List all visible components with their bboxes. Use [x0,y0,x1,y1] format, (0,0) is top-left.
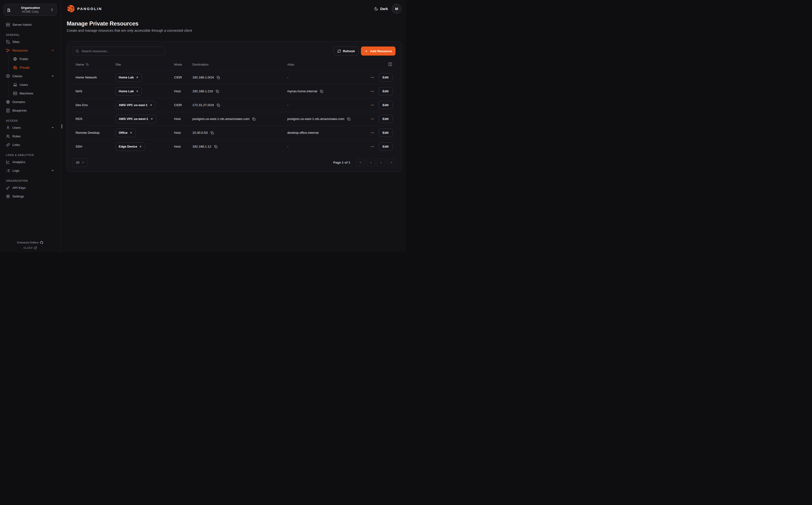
sidebar: Organization ACME Corp. Server Admin GEN… [0,0,60,252]
row-menu-button[interactable] [370,102,375,108]
copy-destination-button[interactable] [210,131,214,135]
sidebar-item-client-users[interactable]: Users [11,80,57,89]
page-size-select[interactable]: 20 [73,158,88,167]
sidebar-item-private[interactable]: Private [11,63,57,71]
copy-destination-button[interactable] [216,103,220,107]
site-link-button[interactable]: Home Lab [116,73,142,82]
external-link-icon[interactable] [34,246,37,249]
resources-table: Name Site Mode Destination Alias [73,61,396,154]
sidebar-item-machines[interactable]: Machines [11,89,57,97]
brand-name: PANGOLIN [77,7,102,11]
resource-mode: Host [171,140,190,154]
copy-alias-button[interactable] [320,89,324,94]
copy-icon [217,104,220,107]
github-icon[interactable] [40,241,43,244]
row-menu-button[interactable] [370,130,375,136]
copy-destination-button[interactable] [252,117,256,121]
user-icon [6,126,10,130]
search-box [73,46,165,55]
edit-button[interactable]: Edit [379,73,393,81]
edit-button[interactable]: Edit [379,142,393,151]
table-header-row: Name Site Mode Destination Alias [73,61,396,70]
arrow-up-right-icon [136,76,139,79]
site-name: AWS VPC us-east-1 [119,103,148,107]
site-name: Edge Device [119,145,137,148]
toolbar-actions: Refresh Add Resource [334,46,396,55]
sidebar-item-settings[interactable]: Settings [4,192,57,200]
chevrons-right-icon [390,161,393,164]
row-menu-button[interactable] [370,116,375,122]
sidebar-item-analytics[interactable]: Analytics [4,158,57,166]
sidebar-item-resources[interactable]: Resources [4,46,57,54]
key-icon [6,186,10,190]
sidebar-item-links[interactable]: Links [4,141,57,149]
resource-destination: 192.168.1.0/24 [192,75,214,79]
search-input[interactable] [73,46,165,55]
ellipsis-icon [371,131,374,135]
edit-button[interactable]: Edit [379,129,393,137]
sidebar-item-clients[interactable]: Clients [4,72,57,80]
plus-icon [365,49,368,53]
resources-panel: Refresh Add Resource Name [67,41,401,172]
org-switcher-value: ACME Corp. [13,10,48,14]
sidebar-item-api-keys[interactable]: API Keys [4,184,57,192]
sidebar-scrollbar-thumb[interactable] [61,124,62,129]
edit-button[interactable]: Edit [379,101,393,109]
site-link-button[interactable]: Home Lab [116,87,142,96]
table-row: Dev Env AWS VPC us-east-1 CIDR 172.31.27… [73,98,396,112]
resource-alias: desktop.office.internal [284,126,363,140]
link-icon [6,143,10,147]
sidebar-item-sites[interactable]: Sites [4,38,57,46]
chevrons-left-icon [359,161,362,164]
copy-icon [216,90,219,93]
copy-destination-button[interactable] [216,75,220,79]
resource-mode: Host [171,112,190,126]
row-menu-button[interactable] [370,144,375,150]
row-menu-button[interactable] [370,89,375,94]
receipt-text-icon [6,109,10,113]
main-content: PANGOLIN Dark M Manage Private Resources… [60,0,406,252]
sidebar-item-users[interactable]: Users [4,124,57,132]
edit-button[interactable]: Edit [379,115,393,123]
next-page-button[interactable] [377,158,385,167]
resource-alias: postgres.us-east-1.rds.amazonaws.com [287,117,344,121]
sidebar-item-public[interactable]: Public [11,55,57,63]
org-switcher[interactable]: Organization ACME Corp. [4,4,57,16]
site-link-button[interactable]: AWS VPC us-west-1 [116,115,156,123]
resource-name: Remote Desktop [73,126,113,140]
edit-button[interactable]: Edit [379,87,393,96]
chevron-right-icon [379,161,383,164]
table-row: Remote Desktop Office Host 10.30.0.53 de… [73,126,396,140]
site-link-button[interactable]: Edge Device [116,142,145,151]
site-link-button[interactable]: Office [116,129,136,137]
user-avatar[interactable]: M [392,4,401,14]
chevrons-up-down-icon [50,8,54,11]
sort-by-name-button[interactable]: Name [75,63,89,66]
site-name: Office [119,131,128,135]
copy-destination-button[interactable] [214,145,218,149]
last-page-button[interactable] [387,158,396,167]
theme-toggle-button[interactable]: Dark [374,7,388,11]
sidebar-item-blueprints[interactable]: Blueprints [4,106,57,115]
row-menu-button[interactable] [370,74,375,80]
sidebar-item-roles[interactable]: Roles [4,132,57,140]
copy-destination-button[interactable] [215,89,220,94]
header-mode: Mode [171,61,190,70]
resource-name: Dev Env [73,98,113,112]
search-icon [75,49,79,53]
monitor-up-icon [6,74,10,78]
sidebar-item-domains[interactable]: Domains [4,98,57,106]
brand-logo: PANGOLIN [67,5,102,13]
column-settings-button[interactable] [388,62,393,67]
site-link-button[interactable]: AWS VPC us-east-1 [116,101,156,110]
resource-alias: - [284,98,363,112]
arrow-up-right-icon [136,90,139,93]
prev-page-button[interactable] [367,158,375,167]
add-resource-button[interactable]: Add Resource [361,46,396,55]
topbar-right: Dark M [374,4,401,14]
sidebar-item-server-admin[interactable]: Server Admin [4,20,57,29]
first-page-button[interactable] [356,158,365,167]
copy-alias-button[interactable] [347,117,351,121]
refresh-button[interactable]: Refresh [334,46,359,55]
sidebar-item-logs[interactable]: Logs [4,166,57,175]
